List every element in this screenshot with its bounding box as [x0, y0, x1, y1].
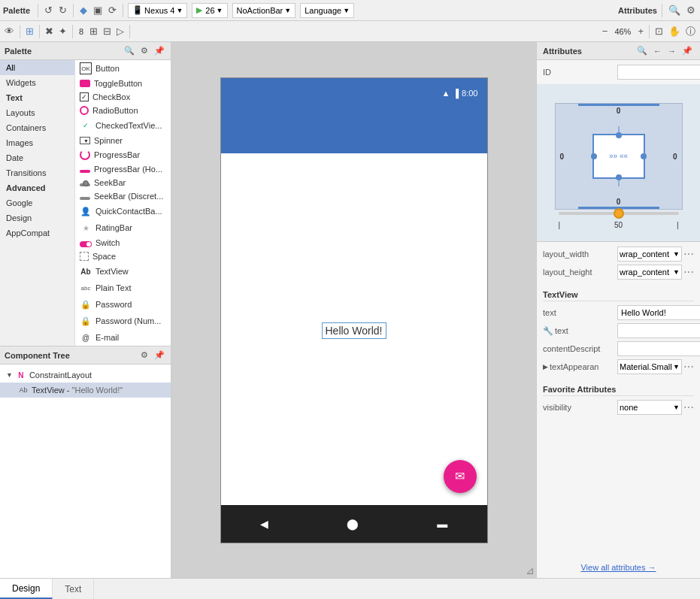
palette-body: All Widgets Text Layouts Containers Imag… [0, 60, 171, 346]
constraints-button[interactable]: ✖ [44, 24, 55, 38]
recents-button[interactable]: ▬ [437, 518, 447, 530]
button-icon: OK [80, 62, 92, 74]
id-input[interactable] [617, 65, 700, 80]
theme-dropdown[interactable]: NoActionBar ▼ [232, 3, 296, 18]
palette-gear-icon[interactable]: ⚙ [139, 44, 150, 57]
tree-gear-icon[interactable]: ⚙ [139, 349, 150, 362]
palette-cat-images[interactable]: Images [0, 135, 74, 150]
undo-button[interactable]: ↺ [43, 3, 54, 17]
palette-cat-widgets[interactable]: Widgets [0, 75, 74, 90]
info-button[interactable]: ⓘ [684, 23, 697, 40]
align-button[interactable]: ⊞ [88, 24, 99, 38]
palette-item-password-num[interactable]: 🔒 Password (Num... [75, 313, 171, 329]
palette-cat-design[interactable]: Design [0, 210, 74, 225]
redo-button[interactable]: ↻ [57, 3, 68, 17]
palette-cat-text[interactable]: Text [0, 90, 74, 105]
palette-item-password[interactable]: 🔒 Password [75, 296, 171, 313]
layout-height-wrap: wrap_content ▼ ⋯ [617, 265, 694, 280]
text-input[interactable] [617, 305, 700, 320]
palette-item-checkedtextview[interactable]: ✓ CheckedTextVie... [75, 117, 171, 134]
palette-cat-layouts[interactable]: Layouts [0, 105, 74, 120]
palette-item-checkbox[interactable]: ✓ CheckBox [75, 90, 171, 104]
palette-search-icon[interactable]: 🔍 [123, 44, 136, 57]
language-dropdown[interactable]: Language ▼ [300, 3, 354, 18]
palette-item-progressbar[interactable]: ProgressBar [75, 147, 171, 162]
pan-button[interactable]: ✋ [667, 24, 682, 38]
tool-text-input[interactable] [617, 323, 700, 338]
zoom-out-button[interactable]: − [601, 24, 610, 38]
magnet-button[interactable]: ⊞ [24, 24, 35, 38]
palette-cat-advanced[interactable]: Advanced [0, 180, 74, 195]
palette-cat-date[interactable]: Date [0, 150, 74, 165]
distribute-button[interactable]: ⊟ [102, 24, 113, 38]
layout-height-dropdown[interactable]: wrap_content ▼ [617, 265, 682, 280]
palette-pin-icon[interactable]: 📌 [153, 44, 166, 57]
zoom-in-button[interactable]: + [636, 24, 645, 38]
attr-pin-icon[interactable]: 📌 [680, 44, 694, 57]
palette-item-textview[interactable]: Ab TextView [75, 263, 171, 280]
zoom-level: 46% [611, 27, 634, 36]
canvas-area[interactable]: ▲ ▐ 8:00 Hello World! ✉ ◀ [171, 42, 536, 578]
palette-item-seekbar[interactable]: SeekBar [75, 176, 171, 189]
attr-forward-icon[interactable]: → [666, 45, 677, 57]
rotate-button[interactable]: ⟳ [107, 3, 118, 17]
search-button[interactable]: 🔍 [667, 3, 682, 17]
attr-search-icon[interactable]: 🔍 [635, 44, 649, 57]
tool-text-label: 🔧 text [543, 326, 614, 336]
device-dropdown[interactable]: 📱 Nexus 4 ▼ [128, 3, 187, 18]
layout-width-more[interactable]: ⋯ [683, 249, 694, 259]
device-label: Nexus 4 [144, 6, 174, 15]
palette-item-progressbar-h[interactable]: ProgressBar (Ho... [75, 162, 171, 176]
palette-cat-appcompat[interactable]: AppCompat [0, 225, 74, 241]
layout-width-dropdown[interactable]: wrap_content ▼ [617, 247, 682, 262]
palette-item-plaintext[interactable]: abc Plain Text [75, 280, 171, 296]
palette-cat-transitions[interactable]: Transitions [0, 165, 74, 180]
palette-item-seekbar-d[interactable]: SeekBar (Discret... [75, 189, 171, 203]
palette-item-ratingbar[interactable]: ★ RatingBar [75, 219, 171, 236]
hello-world-text[interactable]: Hello World! [322, 322, 386, 339]
palette-item-quickcontact[interactable]: 👤 QuickContactBa... [75, 203, 171, 219]
palette-item-radiobutton[interactable]: RadioButton [75, 104, 171, 117]
constraint-slider-handle[interactable] [614, 208, 624, 219]
palette-item-button[interactable]: OK Button [75, 60, 171, 77]
blueprint-button[interactable]: ▣ [92, 3, 104, 17]
palette-item-switch[interactable]: Switch [75, 236, 171, 250]
guideline-button[interactable]: ▷ [115, 24, 126, 38]
tree-pin-icon[interactable]: 📌 [153, 349, 166, 362]
palette-cat-google[interactable]: Google [0, 195, 74, 210]
content-desc-input[interactable] [617, 341, 700, 356]
api-dropdown[interactable]: ▶ 26 ▼ [192, 3, 227, 18]
phone-body[interactable]: Hello World! [221, 153, 487, 508]
textview-icon: Ab [80, 265, 92, 277]
design-mode-button[interactable]: ◆ [78, 3, 89, 17]
text-appear-dropdown[interactable]: Material.Small ▼ [617, 359, 682, 374]
home-button[interactable]: ⬤ [347, 518, 359, 530]
back-button[interactable]: ◀ [260, 518, 268, 530]
palette-cat-all[interactable]: All [0, 60, 74, 75]
layout-height-more[interactable]: ⋯ [683, 267, 694, 277]
palette-cat-containers[interactable]: Containers [0, 120, 74, 135]
eye-button[interactable]: 👁 [3, 24, 16, 38]
palette-item-spinner[interactable]: ▼ Spinner [75, 134, 171, 147]
palette-item-togglebutton[interactable]: ToggleButton [75, 77, 171, 90]
resize-handle[interactable]: ⊿ [526, 564, 535, 576]
chevron-down-icon-ta: ▼ [673, 363, 680, 371]
fit-screen-button[interactable]: ⊡ [653, 24, 665, 38]
textview-attr-section: TextView text ⋯ 🔧 text ⋯ content [537, 284, 700, 379]
tab-text[interactable]: Text [53, 579, 94, 599]
tab-design[interactable]: Design [0, 579, 53, 599]
text-appear-more[interactable]: ⋯ [683, 362, 694, 372]
tree-item-textview[interactable]: Ab TextView - "Hello World!" [0, 383, 171, 398]
visibility-dropdown[interactable]: none ▼ [617, 400, 682, 415]
separator-r [662, 4, 662, 17]
view-all-attributes-link[interactable]: View all attributes → [537, 557, 700, 578]
palette-item-email[interactable]: @ E-mail [75, 329, 171, 346]
attr-back-icon[interactable]: ← [652, 45, 663, 57]
add-constraints-button[interactable]: ✦ [57, 24, 68, 38]
constraint-bottom-value: 0 [617, 198, 621, 206]
visibility-more[interactable]: ⋯ [683, 402, 694, 413]
gear-icon[interactable]: ⚙ [685, 3, 697, 17]
tree-item-constraint-layout[interactable]: ▼ N ConstraintLayout [0, 368, 171, 383]
fab-button[interactable]: ✉ [444, 460, 477, 493]
palette-item-space[interactable]: Space [75, 250, 171, 263]
